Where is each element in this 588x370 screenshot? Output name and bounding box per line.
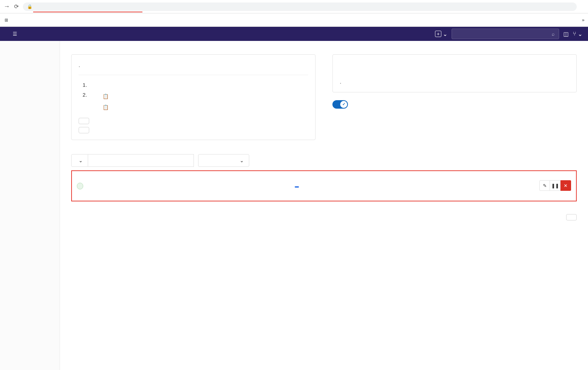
bookmarks-bar: ⊞ » (0, 13, 588, 27)
reset-token-button[interactable] (79, 118, 89, 124)
recent-searches-dropdown[interactable]: ⌄ (71, 154, 88, 167)
url-highlight (33, 12, 142, 12)
sidebar (0, 41, 60, 370)
gitlab-header: ☰ +⌄ ⌕ ◫ ⑂⌄ (0, 27, 588, 41)
new-button[interactable]: +⌄ (435, 31, 447, 37)
filter-search-input[interactable] (88, 154, 194, 167)
issues-icon[interactable]: ◫ (563, 31, 569, 37)
table-row: ✎ ❚❚ ✕ (73, 177, 575, 194)
copy-token-icon[interactable]: 📋 (103, 104, 109, 111)
pause-runner-button[interactable]: ❚❚ (550, 180, 561, 191)
menu-button[interactable]: ☰ (13, 31, 20, 37)
search-icon: ⌕ (552, 31, 555, 37)
sidebar-title[interactable] (0, 47, 60, 52)
delete-runner-button[interactable]: ✕ (561, 180, 571, 191)
chevron-down-icon: ⌄ (443, 31, 447, 37)
shared-runners-card: . (332, 54, 577, 92)
search-input[interactable]: ⌕ (452, 29, 559, 39)
edit-runner-button[interactable]: ✎ (539, 180, 550, 191)
url-bar[interactable]: 🔒 (23, 2, 577, 11)
bookmarks-overflow-icon[interactable]: » (582, 17, 584, 23)
reload-button[interactable]: ⟳ (14, 3, 19, 10)
chevron-down-icon: ⌄ (578, 31, 582, 37)
lock-icon: 🔒 (27, 4, 32, 9)
main-content: . 📋 📋 (60, 41, 588, 370)
merge-requests-icon[interactable]: ⑂⌄ (573, 31, 582, 37)
table-header (73, 171, 575, 177)
chevron-down-icon: ⌄ (79, 158, 83, 163)
expand-button[interactable] (566, 214, 577, 220)
group-runners-card: . 📋 📋 (71, 54, 316, 140)
copy-url-icon[interactable]: 📋 (103, 93, 109, 101)
apps-button[interactable]: ⊞ (4, 17, 11, 23)
shared-runners-toggle[interactable] (332, 100, 348, 109)
back-button[interactable]: → (4, 3, 10, 10)
runners-table-highlight: ✎ ❚❚ ✕ (71, 170, 577, 201)
type-badge (77, 183, 83, 189)
runner-tag (295, 186, 299, 188)
filter-row: ⌄ ⌄ (71, 154, 577, 167)
show-instructions-button[interactable] (79, 127, 89, 133)
chevron-down-icon: ⌄ (240, 158, 244, 163)
sort-dropdown[interactable]: ⌄ (198, 154, 249, 167)
